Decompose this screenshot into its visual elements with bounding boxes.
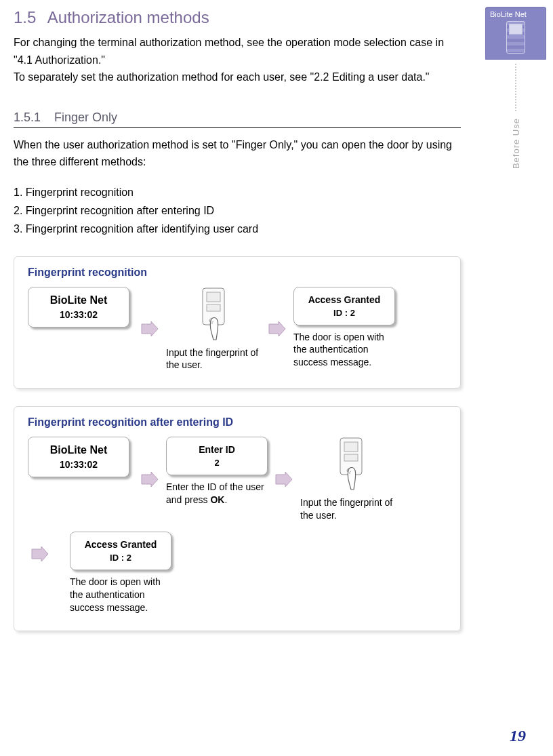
svg-rect-3	[207, 304, 220, 311]
list-item: 1. Fingerprint recognition	[14, 183, 461, 201]
svg-rect-2	[207, 292, 220, 302]
svg-marker-0	[142, 321, 158, 336]
step-caption: Enter the ID of the user and press OK.	[166, 481, 268, 506]
side-section-label: Before Use	[511, 118, 521, 169]
screen-box-enter-id: Enter ID 2	[166, 437, 268, 475]
svg-rect-9	[344, 442, 358, 452]
svg-rect-10	[344, 454, 358, 461]
panel-title: Fingerprint recognition	[28, 266, 447, 279]
intro-paragraph-1: For changing the terminal authorization …	[14, 34, 461, 68]
svg-marker-5	[269, 321, 285, 336]
arrow-icon	[268, 321, 287, 336]
side-tab-widget: BioLite Net Before Use	[485, 7, 546, 169]
screen-box-start: BioLite Net 10:33:02	[28, 437, 129, 477]
panel-fingerprint-recognition: Fingerprint recognition BioLite Net 10:3…	[14, 256, 461, 389]
screen-line2: 10:33:02	[34, 309, 123, 320]
screen-line1: BioLite Net	[34, 444, 123, 456]
screen-line1: Access Granted	[300, 294, 389, 305]
page-number: 19	[510, 727, 526, 745]
svg-marker-12	[32, 546, 48, 561]
step-caption: Input the fingerprint of the user.	[300, 496, 402, 522]
panel-title: Fingerprint recognition after entering I…	[28, 416, 447, 429]
screen-line1: BioLite Net	[34, 294, 123, 306]
screen-box-result: Access Granted ID : 2	[70, 532, 171, 570]
brand-label: BioLite Net	[490, 10, 527, 18]
screen-line2: 10:33:02	[34, 459, 123, 470]
screen-line1: Enter ID	[172, 444, 262, 455]
subsection-intro: When the user authorization method is se…	[14, 136, 461, 171]
device-mini-icon	[506, 21, 525, 54]
screen-box-result: Access Granted ID : 2	[293, 287, 395, 325]
subsection-divider	[14, 127, 461, 128]
step-caption: The door is open with the authentication…	[293, 331, 399, 370]
svg-marker-6	[142, 472, 158, 487]
brand-badge: BioLite Net	[485, 7, 546, 60]
arrow-icon	[30, 546, 49, 561]
section-number: 1.5	[14, 8, 36, 26]
fingerprint-device-icon	[331, 437, 371, 491]
panel-fingerprint-after-id: Fingerprint recognition after entering I…	[14, 406, 461, 631]
method-list: 1. Fingerprint recognition 2. Fingerprin…	[14, 183, 461, 239]
screen-line2: ID : 2	[76, 553, 165, 563]
side-dotted-line	[515, 64, 516, 111]
screen-box-start: BioLite Net 10:33:02	[28, 287, 129, 327]
subsection-heading: 1.5.1 Finger Only	[14, 111, 461, 125]
screen-line1: Access Granted	[76, 539, 165, 550]
screen-line2: ID : 2	[300, 308, 389, 318]
list-item: 3. Fingerprint recognition after identif…	[14, 220, 461, 238]
arrow-icon	[140, 321, 159, 336]
intro-paragraph-2: To separately set the authorization meth…	[14, 68, 461, 86]
step-caption: The door is open with the authentication…	[70, 576, 176, 614]
step-caption: Input the fingerprint of the user.	[166, 346, 261, 372]
screen-line2: 2	[172, 458, 262, 468]
section-heading: 1.5 Authorization methods	[14, 8, 461, 27]
arrow-icon	[140, 472, 159, 487]
arrow-icon	[274, 472, 293, 487]
section-title: Authorization methods	[47, 8, 209, 26]
subsection-number: 1.5.1	[14, 111, 41, 124]
fingerprint-device-icon	[193, 287, 234, 341]
subsection-title: Finger Only	[54, 111, 117, 124]
list-item: 2. Fingerprint recognition after enterin…	[14, 201, 461, 220]
svg-marker-7	[276, 472, 292, 487]
